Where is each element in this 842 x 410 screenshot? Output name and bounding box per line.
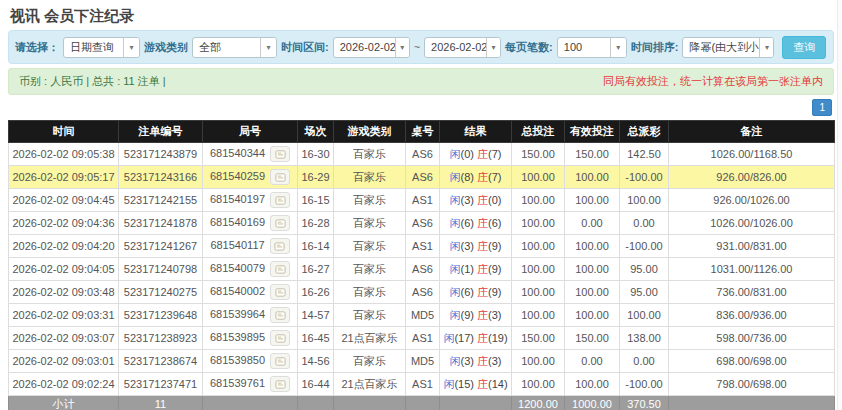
cell-valid-bet: 100.00: [565, 235, 620, 258]
round-number: 681540169: [210, 216, 265, 228]
player-result-score: (3): [461, 355, 474, 367]
search-button[interactable]: 查询: [782, 36, 826, 59]
cell-payout: 95.00: [620, 281, 669, 304]
column-header-payout: 总派彩: [620, 121, 669, 143]
chevron-down-icon: ▾: [123, 38, 139, 57]
cell-session: 16-44: [298, 373, 334, 396]
cell-note: 1026.00/1026.00: [669, 212, 835, 235]
cell-payout: 95.00: [620, 258, 669, 281]
sort-select[interactable]: 降幂(由大到小) ▾: [682, 37, 774, 58]
cell-note: 926.00/826.00: [669, 166, 835, 189]
cell-note: 836.00/936.00: [669, 304, 835, 327]
cell-total-bet[interactable]: 100.00: [512, 189, 565, 212]
banker-result-score: (3): [488, 355, 501, 367]
column-header-table-no: 桌号: [406, 121, 440, 143]
footer-empty-cell: [298, 396, 334, 410]
footer-total-payout-cell: 370.50: [620, 396, 669, 410]
player-result-label: 闲: [443, 378, 454, 390]
cell-game-type: 百家乐: [334, 350, 406, 373]
chevron-down-icon: ▾: [486, 38, 500, 57]
date-to-select[interactable]: 2026-02-02 ▾: [424, 37, 501, 58]
cell-time: 2026-02-02 09:04:36: [9, 212, 119, 235]
cell-session: 16-27: [298, 258, 334, 281]
player-result-label: 闲: [450, 240, 461, 252]
cell-total-bet[interactable]: 100.00: [512, 350, 565, 373]
cell-game-type: 百家乐: [334, 235, 406, 258]
cell-session: 16-14: [298, 235, 334, 258]
cell-time: 2026-02-02 09:03:31: [9, 304, 119, 327]
table-row: 2026-02-02 09:03:48523171240275681540002…: [9, 281, 835, 304]
footer-empty-cell: [203, 396, 298, 410]
round-replay-icon[interactable]: [270, 238, 290, 254]
cell-game-type: 21点百家乐: [334, 327, 406, 350]
round-replay-icon[interactable]: [270, 353, 290, 369]
cell-total-bet[interactable]: 100.00: [512, 212, 565, 235]
cell-order-no: 523171240275: [119, 281, 203, 304]
date-from-select[interactable]: 2026-02-02 ▾: [333, 37, 410, 58]
table-footer-row: 小计 11 1200.00 1000.00 370.50: [9, 396, 835, 410]
query-type-select[interactable]: 日期查询 ▾: [63, 37, 140, 58]
cell-valid-bet: 100.00: [565, 189, 620, 212]
cell-result: 闲(6) 庄(9): [440, 281, 512, 304]
cell-round-no: 681540079: [203, 258, 298, 281]
player-result-score: (15): [454, 378, 474, 390]
cell-time: 2026-02-02 09:04:45: [9, 189, 119, 212]
table-row: 2026-02-02 09:02:24523171237471681539761…: [9, 373, 835, 396]
round-replay-icon[interactable]: [270, 146, 290, 162]
cell-total-bet[interactable]: 150.00: [512, 327, 565, 350]
records-table: 时间 注单编号 局号 场次 游戏类别 桌号 结果 总投注 有效投注 总派彩 备注…: [8, 120, 835, 410]
column-header-session: 场次: [298, 121, 334, 143]
round-replay-icon[interactable]: [270, 215, 290, 231]
page-button-1[interactable]: 1: [812, 99, 832, 116]
round-replay-icon[interactable]: [270, 376, 290, 392]
page-size-select[interactable]: 100 ▾: [557, 37, 627, 58]
sort-value: 降幂(由大到小): [683, 40, 759, 55]
round-replay-icon[interactable]: [270, 192, 290, 208]
cell-total-bet[interactable]: 100.00: [512, 304, 565, 327]
round-replay-icon[interactable]: [270, 261, 290, 277]
cell-note: 798.00/698.00: [669, 373, 835, 396]
pagination: 1: [8, 99, 832, 116]
game-type-select[interactable]: 全部 ▾: [192, 37, 277, 58]
cell-total-bet[interactable]: 100.00: [512, 235, 565, 258]
round-replay-icon[interactable]: [270, 284, 290, 300]
banker-result-label: 庄: [477, 309, 488, 321]
round-number: 681539895: [210, 331, 265, 343]
player-result-label: 闲: [450, 263, 461, 275]
player-result-score: (1): [461, 263, 474, 275]
cell-round-no: 681539895: [203, 327, 298, 350]
cell-game-type: 百家乐: [334, 281, 406, 304]
player-result-score: (6): [461, 286, 474, 298]
banker-result-score: (9): [488, 240, 501, 252]
cell-result: 闲(8) 庄(7): [440, 166, 512, 189]
cell-table-no: AS6: [406, 258, 440, 281]
cell-round-no: 681540344: [203, 143, 298, 166]
cell-note: 1026.00/1168.50: [669, 143, 835, 166]
round-replay-icon[interactable]: [270, 307, 290, 323]
cell-payout: 138.00: [620, 327, 669, 350]
page-title: 视讯 会员下注纪录: [0, 0, 842, 30]
cell-total-bet[interactable]: 150.00: [512, 143, 565, 166]
scrollbar-track[interactable]: [837, 0, 842, 410]
cell-total-bet[interactable]: 100.00: [512, 166, 565, 189]
cell-time: 2026-02-02 09:03:48: [9, 281, 119, 304]
cell-session: 16-29: [298, 166, 334, 189]
column-header-round-no: 局号: [203, 121, 298, 143]
round-replay-icon[interactable]: [270, 330, 290, 346]
round-replay-icon[interactable]: [270, 169, 290, 185]
cell-total-bet[interactable]: 100.00: [512, 281, 565, 304]
cell-note: 926.00/1026.00: [669, 189, 835, 212]
page-size-label: 每页笔数:: [505, 40, 553, 55]
cell-total-bet[interactable]: 100.00: [512, 258, 565, 281]
column-header-total-bet: 总投注: [512, 121, 565, 143]
cell-session: 16-30: [298, 143, 334, 166]
cell-round-no: 681540002: [203, 281, 298, 304]
cell-total-bet[interactable]: 100.00: [512, 373, 565, 396]
table-row: 2026-02-02 09:04:20523171241267681540117…: [9, 235, 835, 258]
cell-valid-bet: 150.00: [565, 327, 620, 350]
game-type-value: 全部: [193, 40, 227, 55]
cell-table-no: AS1: [406, 373, 440, 396]
date-to-value: 2026-02-02: [425, 41, 486, 53]
cell-order-no: 523171243879: [119, 143, 203, 166]
cell-order-no: 523171238674: [119, 350, 203, 373]
